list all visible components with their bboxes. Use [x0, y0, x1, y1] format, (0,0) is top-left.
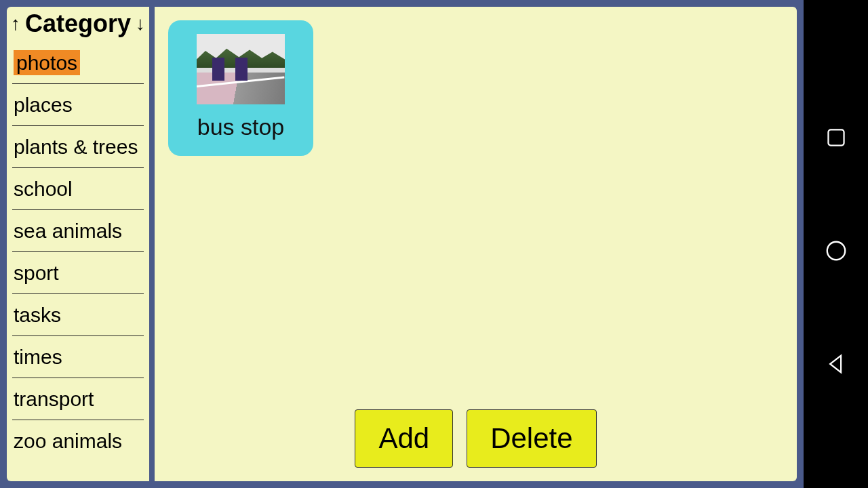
category-label: plants & trees — [14, 136, 138, 158]
category-item-plants-trees[interactable]: plants & trees — [12, 126, 144, 168]
category-label: tasks — [14, 304, 61, 326]
category-label: times — [14, 346, 62, 368]
category-list[interactable]: photos places plants & trees school sea … — [7, 42, 149, 481]
category-item-places[interactable]: places — [12, 84, 144, 126]
category-item-photos[interactable]: photos — [12, 42, 144, 84]
sort-desc-icon[interactable]: ↓ — [136, 14, 145, 33]
card-label: bus stop — [197, 114, 285, 140]
category-item-tasks[interactable]: tasks — [12, 294, 144, 336]
category-label: photos — [14, 50, 80, 75]
category-label: school — [14, 178, 73, 200]
svg-point-1 — [827, 242, 844, 260]
category-sidebar: ↑ Category ↓ photos places plants & tree… — [7, 7, 149, 481]
bus-stop-photo-icon — [197, 34, 285, 104]
category-label: zoo animals — [14, 430, 122, 452]
category-label: places — [14, 94, 73, 116]
delete-button[interactable]: Delete — [467, 409, 596, 468]
category-item-zoo-animals[interactable]: zoo animals — [12, 420, 144, 462]
home-icon[interactable] — [824, 239, 848, 263]
category-item-sea-animals[interactable]: sea animals — [12, 210, 144, 252]
action-row: Add Delete — [155, 409, 797, 468]
card-bus-stop[interactable]: bus stop — [168, 20, 313, 156]
category-label: sport — [14, 262, 59, 284]
overview-icon[interactable] — [824, 125, 848, 150]
category-label: sea animals — [14, 220, 122, 242]
back-icon[interactable] — [824, 352, 848, 376]
category-item-times[interactable]: times — [12, 336, 144, 378]
android-navbar — [804, 0, 868, 488]
sort-asc-icon[interactable]: ↑ — [11, 14, 20, 33]
sidebar-title: Category — [25, 9, 131, 38]
add-button[interactable]: Add — [355, 409, 453, 468]
category-label: transport — [14, 388, 94, 410]
category-item-sport[interactable]: sport — [12, 252, 144, 294]
content-panel: bus stop Add Delete — [155, 7, 797, 481]
category-item-transport[interactable]: transport — [12, 378, 144, 420]
sidebar-header: ↑ Category ↓ — [7, 7, 149, 42]
category-item-school[interactable]: school — [12, 168, 144, 210]
app-frame: ↑ Category ↓ photos places plants & tree… — [0, 0, 804, 488]
svg-rect-0 — [828, 130, 844, 146]
